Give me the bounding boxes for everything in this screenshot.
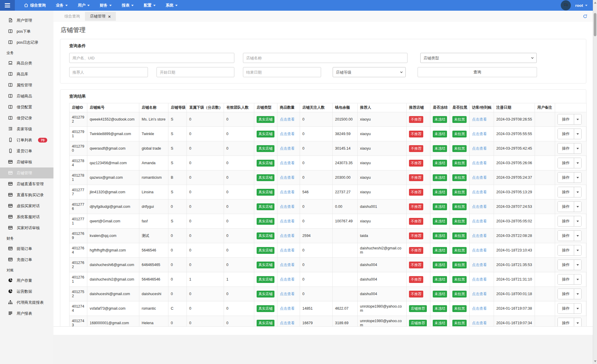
nav-item-business[interactable]: 业务	[56, 3, 68, 8]
referrer-input[interactable]	[69, 67, 148, 77]
search-button[interactable]: 查询	[418, 67, 537, 77]
view-link[interactable]: 点击查看	[472, 190, 487, 194]
close-icon[interactable]: ×	[108, 14, 111, 19]
nav-item-system[interactable]: 系统	[166, 3, 178, 8]
view-link[interactable]: 点击查看	[280, 321, 295, 325]
sidebar-toggle-button[interactable]	[0, 0, 15, 11]
sidebar-item-buyer-chat-review[interactable]: 买家对话审核	[0, 222, 53, 233]
action-button[interactable]: 操作	[558, 303, 574, 314]
action-dropdown-toggle[interactable]	[574, 303, 581, 314]
action-button[interactable]: 操作	[558, 129, 574, 139]
sidebar-item-product-library[interactable]: 商品库	[0, 69, 53, 80]
view-link[interactable]: 点击查看	[280, 248, 295, 252]
view-link[interactable]: 点击查看	[472, 132, 487, 136]
view-link[interactable]: 点击查看	[280, 306, 295, 311]
view-link[interactable]: 点击查看	[472, 263, 487, 267]
sidebar-item-user-management[interactable]: 用户管理	[0, 15, 53, 26]
sidebar-item-shop-management[interactable]: 店铺管理	[0, 167, 53, 178]
view-link[interactable]: 点击查看	[280, 190, 295, 194]
action-button[interactable]: 操作	[558, 172, 574, 183]
action-button[interactable]: 操作	[558, 216, 574, 226]
sidebar-item-order-list[interactable]: 订单列表70	[0, 134, 53, 145]
view-link[interactable]: 点击查看	[280, 234, 295, 238]
view-link[interactable]: 点击查看	[280, 292, 295, 296]
sidebar-item-system-service-chat[interactable]: 系统客服对话	[0, 211, 53, 222]
view-link[interactable]: 点击查看	[472, 117, 487, 121]
view-link[interactable]: 点击查看	[280, 219, 295, 223]
user-menu[interactable]: root	[575, 3, 587, 8]
sidebar-item-withdraw-orders[interactable]: 提现订单	[0, 243, 53, 254]
username-uid-input[interactable]	[69, 53, 234, 63]
view-link[interactable]: 点击查看	[472, 234, 487, 238]
action-dropdown-toggle[interactable]	[574, 260, 581, 270]
view-link[interactable]: 点击查看	[280, 175, 295, 180]
sidebar-item-product-category[interactable]: 商品分类	[0, 58, 53, 69]
action-dropdown-toggle[interactable]	[574, 318, 581, 327]
sidebar-item-loan-records[interactable]: 借贷记录	[0, 113, 53, 124]
action-dropdown-toggle[interactable]	[574, 289, 581, 299]
tab-shop-management[interactable]: 店铺管理×	[85, 12, 116, 21]
action-button[interactable]: 操作	[558, 289, 574, 299]
action-button[interactable]: 操作	[558, 260, 574, 270]
start-date-input[interactable]	[157, 67, 234, 77]
view-link[interactable]: 点击查看	[472, 306, 487, 311]
action-button[interactable]: 操作	[558, 202, 574, 212]
sidebar-item-seller-level[interactable]: 卖家等级	[0, 124, 53, 134]
view-link[interactable]: 点击查看	[280, 146, 295, 151]
shop-name-input[interactable]	[243, 53, 408, 63]
scroll-down-icon[interactable]	[593, 359, 597, 363]
action-dropdown-toggle[interactable]	[574, 216, 581, 226]
shop-level-select[interactable]: 店铺等级	[333, 67, 406, 77]
nav-item-summary-query[interactable]: 综合查询	[24, 3, 46, 8]
sidebar-item-user-report[interactable]: 用户报表	[0, 308, 53, 319]
action-dropdown-toggle[interactable]	[574, 172, 581, 183]
action-button[interactable]: 操作	[558, 274, 574, 284]
view-link[interactable]: 点击查看	[472, 219, 487, 223]
action-button[interactable]: 操作	[558, 231, 574, 241]
sidebar-item-agent-report[interactable]: 代理商充提报表	[0, 297, 53, 308]
action-button[interactable]: 操作	[558, 158, 574, 168]
view-link[interactable]: 点击查看	[280, 263, 295, 267]
scroll-up-icon[interactable]	[593, 1, 597, 5]
action-dropdown-toggle[interactable]	[574, 202, 581, 212]
end-date-input[interactable]	[243, 67, 321, 77]
view-link[interactable]: 点击查看	[472, 292, 487, 296]
action-dropdown-toggle[interactable]	[574, 114, 581, 124]
nav-item-finance[interactable]: 财务	[100, 3, 112, 8]
action-button[interactable]: 操作	[558, 318, 574, 327]
sidebar-item-attribute-management[interactable]: 属性管理	[0, 80, 53, 91]
sidebar-item-shop-products[interactable]: 店铺商品	[0, 91, 53, 102]
sidebar-item-pos-log[interactable]: pos日志记录	[0, 37, 53, 48]
nav-item-config[interactable]: 配置	[144, 3, 156, 8]
action-dropdown-toggle[interactable]	[574, 129, 581, 139]
refresh-button[interactable]	[583, 14, 587, 19]
view-link[interactable]: 点击查看	[280, 161, 295, 165]
action-dropdown-toggle[interactable]	[574, 143, 581, 153]
nav-item-report[interactable]: 报表	[122, 3, 134, 8]
scrollbar-thumb[interactable]	[594, 13, 596, 36]
action-dropdown-toggle[interactable]	[574, 231, 581, 241]
sidebar-item-loan-config[interactable]: 借贷配置	[0, 102, 53, 113]
action-button[interactable]: 操作	[558, 245, 574, 255]
tab-summary-query[interactable]: 综合查询	[59, 12, 85, 21]
action-button[interactable]: 操作	[558, 114, 574, 124]
sidebar-item-virtual-buyer-chat[interactable]: 虚拟买家对话	[0, 200, 53, 211]
view-link[interactable]: 点击查看	[280, 205, 295, 209]
sidebar-item-recharge-orders[interactable]: 充值订单	[0, 254, 53, 265]
action-dropdown-toggle[interactable]	[574, 158, 581, 168]
view-link[interactable]: 点击查看	[280, 117, 295, 121]
view-link[interactable]: 点击查看	[472, 277, 487, 281]
nav-item-user[interactable]: 用户	[78, 3, 90, 8]
sidebar-item-user-stock[interactable]: 用户存量	[0, 275, 53, 286]
view-link[interactable]: 点击查看	[472, 175, 487, 180]
action-dropdown-toggle[interactable]	[574, 274, 581, 284]
messages-button[interactable]	[561, 0, 571, 10]
view-link[interactable]: 点击查看	[472, 161, 487, 165]
sidebar-item-express-purchase-records[interactable]: 直通车购买记录	[0, 189, 53, 200]
action-dropdown-toggle[interactable]	[574, 187, 581, 197]
view-link[interactable]: 点击查看	[280, 132, 295, 136]
sidebar-item-shop-review[interactable]: 店铺审核	[0, 156, 53, 167]
sidebar-item-pos-order[interactable]: pos下单	[0, 26, 53, 37]
view-link[interactable]: 点击查看	[472, 146, 487, 151]
page-scrollbar[interactable]	[593, 0, 597, 364]
